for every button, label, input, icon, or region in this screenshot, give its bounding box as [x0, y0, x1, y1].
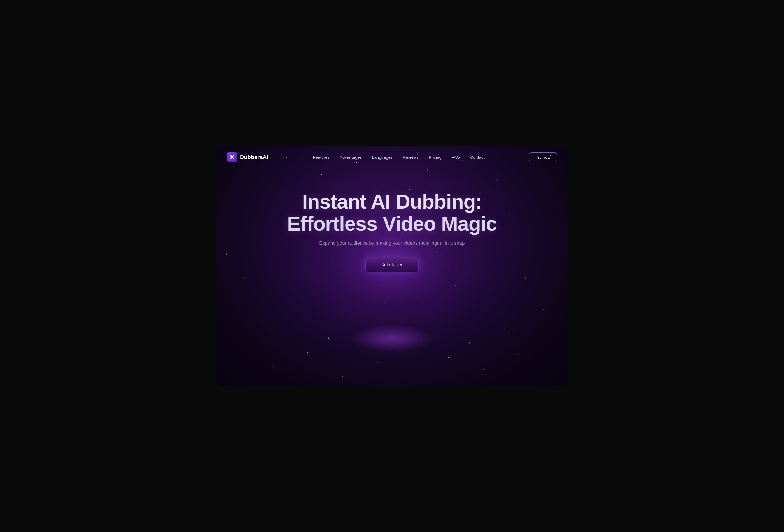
navbar: DubberaAI Features Advantages Languages … — [216, 146, 568, 168]
svg-point-38 — [469, 342, 470, 343]
svg-point-36 — [399, 350, 399, 351]
logo-section: DubberaAI — [227, 152, 268, 162]
svg-point-35 — [363, 319, 364, 319]
browser-frame: DubberaAI Features Advantages Languages … — [216, 146, 568, 386]
nav-pricing[interactable]: Pricing — [429, 155, 442, 160]
nav-links: Features Advantages Languages Reviews Pr… — [313, 155, 485, 160]
svg-point-37 — [434, 333, 435, 334]
hero-title-line2: Effortless Video Magic — [287, 213, 497, 235]
svg-point-39 — [505, 328, 505, 329]
svg-point-48 — [518, 355, 519, 355]
svg-point-29 — [490, 295, 491, 295]
hero-subtitle: Expand your audience by making your vide… — [319, 241, 465, 246]
svg-point-41 — [236, 357, 237, 358]
svg-point-32 — [251, 314, 251, 314]
svg-point-22 — [244, 278, 245, 279]
svg-point-33 — [293, 326, 294, 327]
try-now-button[interactable]: Try now — [529, 152, 557, 162]
nav-features[interactable]: Features — [313, 155, 330, 160]
nav-contact[interactable]: Contact — [470, 155, 485, 160]
svg-point-47 — [483, 369, 484, 370]
svg-point-50 — [342, 376, 343, 377]
svg-point-30 — [525, 278, 526, 279]
svg-point-49 — [554, 343, 554, 343]
get-started-button[interactable]: Get started — [365, 257, 419, 273]
svg-point-52 — [561, 294, 561, 295]
svg-point-42 — [272, 366, 273, 367]
svg-point-44 — [377, 362, 378, 363]
svg-point-26 — [385, 302, 386, 303]
svg-point-28 — [455, 285, 456, 286]
svg-point-45 — [413, 371, 413, 372]
svg-point-40 — [543, 309, 544, 310]
svg-point-46 — [448, 357, 449, 358]
hero-section: Instant AI Dubbing: Effortless Video Mag… — [216, 168, 568, 273]
logo-icon — [227, 152, 237, 162]
hero-title: Instant AI Dubbing: Effortless Video Mag… — [287, 191, 497, 235]
nav-languages[interactable]: Languages — [372, 155, 393, 160]
svg-point-34 — [328, 337, 329, 338]
logo-text: DubberaAI — [240, 154, 268, 161]
svg-point-43 — [307, 352, 308, 353]
nav-reviews[interactable]: Reviews — [403, 155, 419, 160]
svg-point-24 — [314, 289, 315, 290]
nav-faq[interactable]: FAQ — [452, 155, 460, 160]
nav-advantages[interactable]: Advantages — [340, 155, 362, 160]
hero-title-line1: Instant AI Dubbing: — [302, 190, 482, 213]
